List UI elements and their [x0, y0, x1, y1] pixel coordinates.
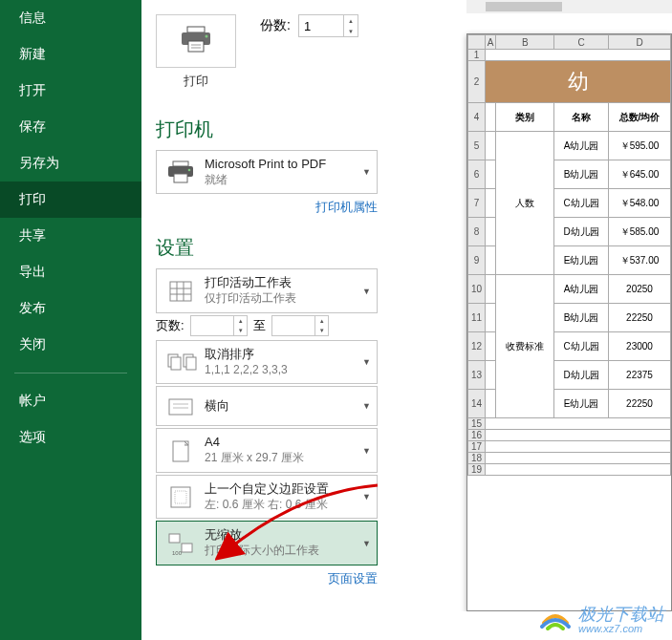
print-what-selector[interactable]: 打印活动工作表 仅打印活动工作表 ▼ [156, 268, 378, 312]
scaling-sub: 打印实际大小的工作表 [205, 544, 369, 559]
row-header: 9 [468, 246, 486, 275]
row-header: 6 [468, 160, 486, 189]
print-button[interactable]: 打印 [156, 14, 236, 97]
col-header: D [608, 35, 670, 50]
sidebar-item-share[interactable]: 共享 [0, 218, 141, 254]
sidebar-item-save[interactable]: 保存 [0, 109, 141, 145]
row-header: 10 [468, 275, 486, 304]
cell: C幼儿园 [554, 332, 609, 361]
cell: 22250 [608, 304, 670, 332]
svg-rect-3 [188, 41, 204, 52]
margins-sub: 左: 0.6 厘米 右: 0.6 厘米 [205, 498, 369, 513]
row-header: 17 [468, 441, 486, 453]
scaling-selector[interactable]: 100 无缩放 打印实际大小的工作表 ▼ [156, 521, 378, 565]
spinner-down-icon[interactable]: ▼ [315, 326, 329, 335]
printer-status: 就绪 [205, 173, 369, 188]
spreadsheet-preview: ABCD 1 2幼 4类别名称总数/均价 5人数A幼儿园￥595.00 6B幼儿… [467, 34, 671, 476]
spinner-up-icon[interactable]: ▲ [234, 316, 248, 326]
cell: C幼儿园 [554, 189, 609, 218]
row-header: 18 [468, 453, 486, 464]
cell: B幼儿园 [554, 304, 609, 332]
row-header: 15 [468, 418, 486, 430]
cell: 人数 [496, 132, 554, 275]
cell: ￥595.00 [608, 132, 670, 160]
cell: ￥585.00 [608, 218, 670, 246]
watermark-url: www.xz7.com [578, 623, 664, 634]
spinner-down-icon[interactable]: ▼ [234, 326, 248, 335]
paper-sub: 21 厘米 x 29.7 厘米 [205, 451, 369, 466]
copies-spinner[interactable]: ▲ ▼ [298, 14, 358, 37]
row-header: 5 [468, 132, 486, 160]
preview-scrollbar[interactable] [466, 0, 672, 13]
paper-title: A4 [205, 435, 369, 451]
sidebar-divider [14, 373, 127, 373]
pages-from-input[interactable]: ▲▼ [190, 315, 248, 336]
cell: 名称 [554, 103, 609, 132]
sidebar-item-account[interactable]: 帐户 [0, 383, 141, 419]
page-setup-link[interactable]: 页面设置 [328, 571, 378, 586]
print-what-title: 打印活动工作表 [205, 275, 369, 291]
col-header: A [486, 35, 496, 50]
printer-name: Microsoft Print to PDF [205, 157, 369, 173]
orientation-selector[interactable]: 横向 ▼ [156, 386, 378, 426]
row-header: 8 [468, 218, 486, 246]
print-what-sub: 仅打印活动工作表 [205, 291, 369, 307]
chevron-down-icon: ▼ [362, 167, 371, 177]
sidebar-item-export[interactable]: 导出 [0, 254, 141, 290]
col-header: C [554, 35, 609, 50]
watermark: 极光下载站 www.xz7.com [538, 606, 664, 634]
pages-to-label: 至 [253, 317, 266, 334]
row-header: 13 [468, 361, 486, 390]
chevron-down-icon: ▼ [362, 492, 371, 501]
orientation-title: 横向 [205, 398, 369, 415]
cell: 总数/均价 [608, 103, 670, 132]
pages-label: 页数: [156, 317, 184, 334]
svg-rect-6 [173, 161, 188, 166]
margins-title: 上一个自定义边距设置 [205, 481, 369, 498]
row-header: 1 [468, 50, 486, 61]
col-header: B [496, 35, 554, 50]
cell: A幼儿园 [554, 275, 609, 304]
svg-rect-23 [171, 487, 190, 507]
copies-input[interactable] [299, 15, 343, 36]
spinner-down-icon[interactable]: ▼ [344, 26, 358, 36]
cell: A幼儿园 [554, 132, 609, 160]
landscape-icon [164, 393, 197, 419]
row-header: 4 [468, 103, 486, 132]
sidebar-item-print[interactable]: 打印 [0, 181, 141, 218]
chevron-down-icon: ▼ [362, 446, 371, 456]
margins-selector[interactable]: 上一个自定义边距设置 左: 0.6 厘米 右: 0.6 厘米 ▼ [156, 475, 378, 519]
sheets-icon [164, 278, 197, 305]
sidebar-item-options[interactable]: 选项 [0, 419, 141, 456]
sidebar-item-saveas[interactable]: 另存为 [0, 145, 141, 181]
sidebar-item-open[interactable]: 打开 [0, 73, 141, 109]
scaling-title: 无缩放 [205, 527, 369, 544]
spinner-up-icon[interactable]: ▲ [315, 316, 329, 326]
row-header: 19 [468, 464, 486, 476]
svg-rect-16 [171, 357, 181, 370]
print-button-label: 打印 [156, 73, 236, 97]
row-header: 2 [468, 61, 486, 103]
pages-to-input[interactable]: ▲▼ [271, 315, 329, 336]
printer-selector[interactable]: Microsoft Print to PDF 就绪 ▼ [156, 150, 378, 194]
row-header: 12 [468, 332, 486, 361]
page-icon [164, 437, 197, 464]
sidebar-item-close[interactable]: 关闭 [0, 327, 141, 363]
sidebar-item-info[interactable]: 信息 [0, 0, 141, 36]
printer-device-icon [164, 159, 197, 185]
printer-properties-link[interactable]: 打印机属性 [315, 200, 378, 214]
svg-rect-26 [182, 544, 192, 552]
row-header: 14 [468, 390, 486, 418]
row-header: 16 [468, 430, 486, 441]
paper-size-selector[interactable]: A4 21 厘米 x 29.7 厘米 ▼ [156, 428, 378, 472]
svg-point-8 [188, 169, 191, 172]
collation-selector[interactable]: 取消排序 1,1,1 2,2,2 3,3,3 ▼ [156, 340, 378, 384]
cell: 类别 [496, 103, 554, 132]
cell: D幼儿园 [554, 218, 609, 246]
spinner-up-icon[interactable]: ▲ [344, 15, 358, 26]
watermark-logo-icon [538, 606, 573, 634]
copies-label: 份数: [260, 17, 291, 34]
sidebar-item-new[interactable]: 新建 [0, 36, 141, 73]
collate-icon [164, 349, 197, 375]
sidebar-item-publish[interactable]: 发布 [0, 290, 141, 327]
